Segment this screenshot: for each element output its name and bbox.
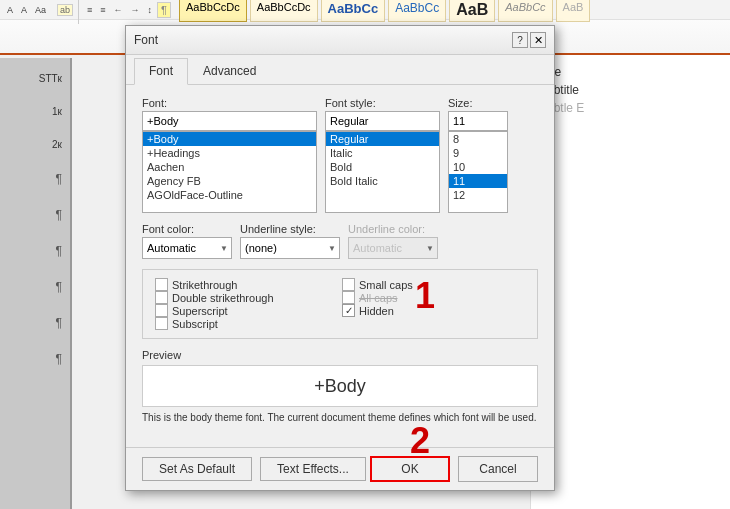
underline-style-label: Underline style: xyxy=(240,223,340,235)
size-item-11[interactable]: 11 xyxy=(449,174,507,188)
preview-box: +Body xyxy=(142,365,538,407)
style-subtitle[interactable]: AaBbCc xyxy=(498,0,552,22)
indent-dec[interactable]: ← xyxy=(111,4,126,16)
para-mark-4: ¶ xyxy=(0,280,70,294)
style-subtle[interactable]: AaB xyxy=(556,0,591,22)
style-listbox[interactable]: Regular Italic Bold Bold Italic xyxy=(325,131,440,213)
style-item-bold[interactable]: Bold xyxy=(326,160,439,174)
size-item-8[interactable]: 8 xyxy=(449,132,507,146)
font-dialog: Font ? ✕ Font Advanced Font: +Body +Head… xyxy=(125,25,555,491)
close-button[interactable]: ✕ xyxy=(530,32,546,48)
font-list-item-body[interactable]: +Body xyxy=(143,132,316,146)
superscript-checkbox[interactable] xyxy=(155,304,168,317)
effects-grid: Strikethrough Double strikethrough Super… xyxy=(155,278,525,330)
font-list-item-aachen[interactable]: Aachen xyxy=(143,160,316,174)
strikethrough-label: Strikethrough xyxy=(172,279,237,291)
font-name-input[interactable] xyxy=(142,111,317,131)
subscript-label: Subscript xyxy=(172,318,218,330)
font-color-label: Font color: xyxy=(142,223,232,235)
font-list-item-headings[interactable]: +Headings xyxy=(143,146,316,160)
font-color-select-wrapper: Automatic xyxy=(142,237,232,259)
style-item-bolditalic[interactable]: Bold Italic xyxy=(326,174,439,188)
double-strikethrough-checkbox[interactable] xyxy=(155,291,168,304)
hidden-checkbox[interactable] xyxy=(342,304,355,317)
font-column: Font: +Body +Headings Aachen Agency FB A… xyxy=(142,97,317,213)
font-list-item-agencyfb[interactable]: Agency FB xyxy=(143,174,316,188)
preview-description: This is the body theme font. The current… xyxy=(142,411,538,425)
size-item-9[interactable]: 9 xyxy=(449,146,507,160)
effect-strikethrough: Strikethrough xyxy=(155,278,338,291)
underline-color-label: Underline color: xyxy=(348,223,438,235)
font-list-item-agoldface[interactable]: AGOldFace-Outline xyxy=(143,188,316,202)
rp-subtle[interactable]: Subtle E xyxy=(539,99,722,117)
font-size-input[interactable] xyxy=(448,111,508,131)
style-item-italic[interactable]: Italic xyxy=(326,146,439,160)
size-listbox[interactable]: 8 9 10 11 12 xyxy=(448,131,508,213)
strikethrough-checkbox[interactable] xyxy=(155,278,168,291)
dialog-titlebar: Font ? ✕ xyxy=(126,26,554,55)
clipboard-icon: ab xyxy=(57,4,73,16)
styles-area: AaBbCcDc AaBbCcDc AaBbCc AaBbCc AaB AaBb… xyxy=(179,0,590,22)
cancel-button[interactable]: Cancel xyxy=(458,456,538,482)
effect-superscript: Superscript xyxy=(155,304,338,317)
para-mark-6: ¶ xyxy=(0,352,70,366)
separator xyxy=(78,0,79,24)
font-color-select[interactable]: Automatic xyxy=(142,237,232,259)
dialog-footer: Set As Default Text Effects... OK Cancel xyxy=(126,447,554,490)
help-button[interactable]: ? xyxy=(512,32,528,48)
size-column: Size: 8 9 10 11 12 xyxy=(448,97,508,213)
all-caps-checkbox[interactable] xyxy=(342,291,355,304)
effect-hidden: Hidden xyxy=(342,304,525,317)
font-aa[interactable]: Aa xyxy=(32,4,49,16)
tab-font[interactable]: Font xyxy=(134,58,188,85)
font-size-up[interactable]: A xyxy=(18,4,30,16)
tab-advanced[interactable]: Advanced xyxy=(188,58,271,84)
text-effects-button[interactable]: Text Effects... xyxy=(260,457,366,481)
indent-inc[interactable]: → xyxy=(128,4,143,16)
double-strikethrough-label: Double strikethrough xyxy=(172,292,274,304)
underline-style-select[interactable]: (none) xyxy=(240,237,340,259)
font-size-down[interactable]: A xyxy=(4,4,16,16)
font-listbox[interactable]: +Body +Headings Aachen Agency FB AGOldFa… xyxy=(142,131,317,213)
font-dropdown-row: Font color: Automatic Underline style: (… xyxy=(142,223,538,259)
underline-color-group: Underline color: Automatic xyxy=(348,223,438,259)
size-item-12[interactable]: 12 xyxy=(449,188,507,202)
hidden-label: Hidden xyxy=(359,305,394,317)
dialog-body: Font: +Body +Headings Aachen Agency FB A… xyxy=(126,85,554,447)
style-title[interactable]: AaB xyxy=(449,0,495,22)
font-style-input[interactable] xyxy=(325,111,440,131)
ok-button[interactable]: OK xyxy=(370,456,450,482)
small-caps-label: Small caps xyxy=(359,279,413,291)
effects-right-col: Small caps All caps Hidden xyxy=(342,278,525,330)
style-heading1[interactable]: AaBbCc xyxy=(321,0,386,22)
rp-subtitle[interactable]: Subtitle xyxy=(539,81,722,99)
size-col-label: Size: xyxy=(448,97,508,109)
style-item-regular[interactable]: Regular xyxy=(326,132,439,146)
size-item-10[interactable]: 10 xyxy=(449,160,507,174)
ribbon-row1: A A Aa ab ≡ ≡ ← → ↕ ¶ AaBbCcDc AaBbCcDc … xyxy=(0,0,730,20)
style-column: Font style: Regular Italic Bold Bold Ita… xyxy=(325,97,440,213)
font-color-group: Font color: Automatic xyxy=(142,223,232,259)
underline-style-select-wrapper: (none) xyxy=(240,237,340,259)
rp-title[interactable]: Title xyxy=(539,63,722,81)
numbering-btn[interactable]: ≡ xyxy=(97,4,108,16)
set-default-button[interactable]: Set As Default xyxy=(142,457,252,481)
footer-right-buttons: OK Cancel xyxy=(370,456,538,482)
subscript-checkbox[interactable] xyxy=(155,317,168,330)
style-no-spacing[interactable]: AaBbCcDc xyxy=(250,0,318,22)
sort-btn[interactable]: ↕ xyxy=(145,4,156,16)
marker-sttk: STTк xyxy=(0,73,70,84)
effects-section: Strikethrough Double strikethrough Super… xyxy=(142,269,538,339)
underline-color-select[interactable]: Automatic xyxy=(348,237,438,259)
small-caps-checkbox[interactable] xyxy=(342,278,355,291)
effect-subscript: Subscript xyxy=(155,317,338,330)
bullets-btn[interactable]: ≡ xyxy=(84,4,95,16)
style-heading2[interactable]: AaBbCc xyxy=(388,0,446,22)
style-normal[interactable]: AaBbCcDc xyxy=(179,0,247,22)
show-hide-btn[interactable]: ¶ xyxy=(157,2,171,18)
para-mark-3: ¶ xyxy=(0,244,70,258)
style-col-label: Font style: xyxy=(325,97,440,109)
font-header-row: Font: +Body +Headings Aachen Agency FB A… xyxy=(142,97,538,213)
font-col-label: Font: xyxy=(142,97,317,109)
effects-left-col: Strikethrough Double strikethrough Super… xyxy=(155,278,338,330)
